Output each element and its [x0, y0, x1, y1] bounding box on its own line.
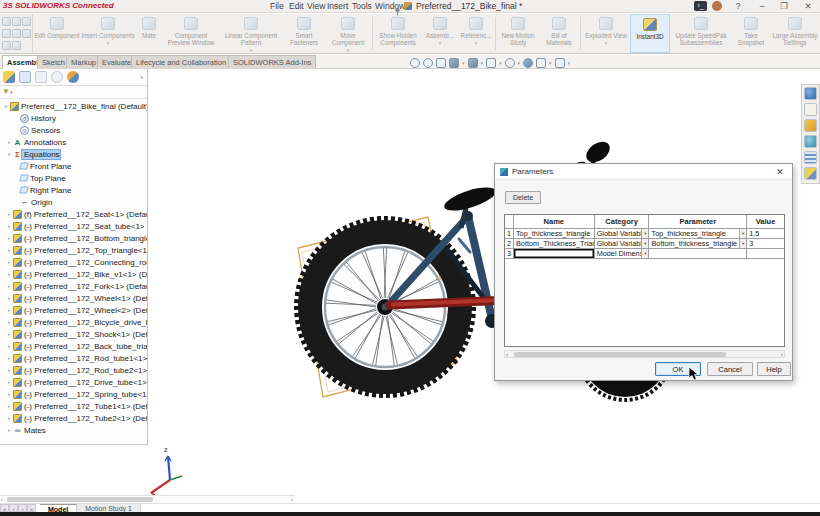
- panel-collapse-arrow-icon[interactable]: ›: [140, 73, 143, 82]
- parameter-cell[interactable]: Top_thickness_triangle▾: [649, 229, 747, 239]
- category-cell[interactable]: Model Dimension▾: [595, 249, 650, 259]
- view-settings-icon[interactable]: [555, 58, 565, 68]
- tree-item-sensors[interactable]: ⊙Sensors: [0, 124, 147, 136]
- save-icon[interactable]: [12, 17, 21, 26]
- exploded-view-button[interactable]: Exploded View▾: [582, 14, 630, 53]
- name-cell[interactable]: Bottom_Thickness_Triangle: [514, 239, 595, 249]
- move-component-button[interactable]: Move Component▾: [325, 14, 371, 53]
- tree-horizontal-scrollbar[interactable]: ‹ ›: [0, 495, 295, 503]
- parameter-cell[interactable]: [649, 249, 747, 259]
- category-cell[interactable]: Global Variable▾: [595, 229, 650, 239]
- dimxpertmanager-tab-icon[interactable]: [51, 71, 63, 83]
- category-cell[interactable]: Global Variable▾: [595, 239, 650, 249]
- tree-item-component[interactable]: ▸(-) Preferred__172_Shock<1> (Default) <…: [0, 328, 147, 340]
- help-button[interactable]: ?: [731, 0, 745, 12]
- instant3d-button[interactable]: Instant3D: [630, 14, 670, 53]
- displaymanager-tab-icon[interactable]: [67, 71, 79, 83]
- menu-file[interactable]: File: [270, 1, 284, 11]
- new-motion-study-button[interactable]: New Motion Study: [497, 14, 539, 53]
- previous-view-icon[interactable]: [436, 58, 446, 68]
- scrollbar-thumb[interactable]: [7, 497, 153, 502]
- tree-item-component[interactable]: ▸(-) Preferred__172_Seat_tube<1> (Defaul…: [0, 220, 147, 232]
- tab-markup[interactable]: Markup: [66, 55, 101, 69]
- tree-filter[interactable]: ▼▾: [0, 86, 147, 99]
- bill-of-materials-button[interactable]: Bill of Materials: [539, 14, 579, 53]
- tree-item-component[interactable]: ▸(-) Preferred__172_Top_triangle<1> (Def…: [0, 244, 147, 256]
- tree-item-component[interactable]: ▸(-) Preferred__172_Fork<1> (Default) <<…: [0, 280, 147, 292]
- minimize-button[interactable]: –: [755, 0, 769, 12]
- pin-menu-icon[interactable]: [394, 2, 401, 10]
- propertymanager-tab-icon[interactable]: [19, 71, 31, 83]
- name-cell[interactable]: Top_thickness_triangle: [514, 229, 595, 239]
- dropdown-arrow-icon[interactable]: ▾: [641, 229, 648, 238]
- menu-view[interactable]: View: [307, 1, 325, 11]
- tree-item-component[interactable]: ▸(-) Preferred__172_Wheel<2> (Default) <…: [0, 304, 147, 316]
- tree-item-history[interactable]: ↺History: [0, 112, 147, 124]
- edit-component-button[interactable]: Edit Component: [33, 14, 81, 53]
- tree-item-component[interactable]: ▸(-) Preferred__172_Bottom_triangle<1> (…: [0, 232, 147, 244]
- name-cell-focused[interactable]: [514, 249, 595, 259]
- tree-item-component[interactable]: ▸(-) Preferred__172_Bicycle_drive_bis<1>…: [0, 316, 147, 328]
- zoom-to-area-icon[interactable]: [423, 58, 433, 68]
- tree-item-equations[interactable]: ▸ΣEquations: [0, 148, 147, 160]
- tree-item-component[interactable]: ▸(-) Preferred__172_Wheel<1> (Default) <…: [0, 292, 147, 304]
- take-snapshot-button[interactable]: Take Snapshot: [732, 14, 770, 53]
- tree-item-component[interactable]: ▸(-) Preferred__172_Back_tube_triangle<1…: [0, 340, 147, 352]
- component-preview-window-button[interactable]: Component Preview Window: [163, 14, 219, 53]
- smart-fasteners-button[interactable]: Smart Fasteners: [283, 14, 325, 53]
- tree-item-component[interactable]: ▸(-) Preferred__172_Drive_tube<1> (Defau…: [0, 376, 147, 388]
- large-assembly-settings-button[interactable]: Large Assembly Settings: [770, 14, 820, 53]
- paste-icon[interactable]: [12, 29, 21, 38]
- tree-item-origin[interactable]: ⌐Origin: [0, 196, 147, 208]
- show-hidden-components-button[interactable]: Show Hidden Components: [374, 14, 422, 53]
- dialog-close-icon[interactable]: ✕: [773, 167, 787, 177]
- featuremanager-tab-icon[interactable]: [3, 71, 15, 83]
- tree-item-front-plane[interactable]: Front Plane: [0, 160, 147, 172]
- file-explorer-icon[interactable]: [804, 103, 817, 116]
- close-button[interactable]: ✕: [801, 0, 815, 12]
- tree-item-top-plane[interactable]: Top Plane: [0, 172, 147, 184]
- edit-appearance-icon[interactable]: [523, 58, 533, 68]
- insert-components-button[interactable]: Insert Components▾: [81, 14, 135, 53]
- tree-item-annotations[interactable]: ▸AAnnotations: [0, 136, 147, 148]
- tree-item-root[interactable]: ▸Preferred__172_Bike_final (Default) <Di…: [0, 100, 147, 112]
- dropdown-arrow-icon[interactable]: ▾: [739, 239, 746, 248]
- dropdown-arrow-icon[interactable]: ▾: [739, 229, 746, 238]
- view-orientation-icon[interactable]: [468, 58, 478, 68]
- configurationmanager-tab-icon[interactable]: [35, 71, 47, 83]
- tree-item-component[interactable]: ▸(-) Preferred__172_Rod_tube2<1> (Defaul…: [0, 364, 147, 376]
- tree-item-component[interactable]: ▸(-) Preferred__172_Spring_tube<1> (Defa…: [0, 388, 147, 400]
- new-document-icon[interactable]: [2, 29, 11, 38]
- motion-study-tab[interactable]: Motion Study 1: [77, 504, 141, 512]
- custom-properties-icon[interactable]: [804, 151, 817, 164]
- apply-scene-icon[interactable]: [536, 58, 546, 68]
- model-tab[interactable]: Model: [40, 504, 77, 512]
- value-cell[interactable]: 1.5: [747, 229, 784, 239]
- mate-button[interactable]: Mate: [135, 14, 163, 53]
- tab-lifecycle-collaboration[interactable]: Lifecycle and Collaboration: [131, 55, 231, 69]
- 3dexperience-home-icon[interactable]: [804, 87, 817, 100]
- help-button-dialog[interactable]: Help: [757, 362, 791, 376]
- options-gear-icon[interactable]: [12, 41, 21, 50]
- delete-button[interactable]: Delete: [505, 191, 541, 204]
- display-style-icon[interactable]: [486, 58, 496, 68]
- redo-icon[interactable]: [22, 29, 31, 38]
- dropdown-arrow-icon[interactable]: ▾: [641, 239, 648, 248]
- solidworks-resources-icon[interactable]: [804, 167, 817, 180]
- user-avatar[interactable]: [712, 1, 722, 11]
- home-icon[interactable]: [2, 17, 11, 26]
- tree-item-component[interactable]: ▸(-) Preferred__172_Rod_tube1<1> (Defaul…: [0, 352, 147, 364]
- tree-item-component[interactable]: ▸(-) Preferred__172_Tube2<1> (Default) <…: [0, 412, 147, 424]
- restore-button[interactable]: ❐: [777, 0, 791, 12]
- parameter-cell[interactable]: Bottom_thickness_triangle▾: [649, 239, 747, 249]
- print-icon[interactable]: [2, 41, 11, 50]
- linear-component-pattern-button[interactable]: Linear Component Pattern▾: [219, 14, 283, 53]
- first-tab-arrow-icon[interactable]: «: [0, 504, 9, 512]
- last-tab-arrow-icon[interactable]: »: [27, 504, 36, 512]
- tab-solidworks-addins[interactable]: SOLIDWORKS Add-Ins: [228, 55, 316, 69]
- menu-insert[interactable]: Insert: [327, 1, 348, 11]
- dropdown-arrow-icon[interactable]: ▾: [641, 249, 648, 258]
- assembly-features-button[interactable]: Assemb...▾: [422, 14, 458, 53]
- dialog-horizontal-scrollbar[interactable]: ‹ ›: [504, 350, 785, 358]
- appearances-icon[interactable]: [804, 135, 817, 148]
